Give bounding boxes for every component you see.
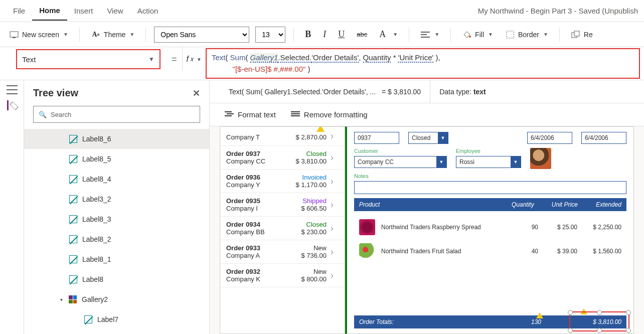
product-row[interactable]: Northwind Traders Fruit Salad40$ 39.00$ … (354, 239, 626, 263)
menu-file[interactable]: File (6, 2, 32, 20)
align-button[interactable]: ▼ (417, 28, 442, 42)
product-price: $ 39.00 (542, 248, 577, 255)
order-amount: $ 3,810.00 (296, 157, 327, 165)
tree-view-panel: Tree view ✕ 🔍 Search Label8_6Label8_5Lab… (24, 80, 210, 334)
customer-label: Customer (354, 148, 447, 154)
order-company: Company A (226, 252, 297, 259)
date1-field[interactable]: 6/4/2006 (527, 132, 572, 144)
order-list-item[interactable]: Order 0935ShippedCompany I$ 606.50› (220, 193, 345, 217)
order-amount: $ 230.00 (301, 228, 327, 236)
order-list-item[interactable]: Company T$ 2,870.00› (220, 127, 345, 146)
reorder-label: Re (584, 31, 593, 39)
tree-item-label: Label8_1 (82, 255, 111, 263)
hamburger-icon[interactable] (7, 85, 18, 94)
menu-view[interactable]: View (100, 2, 130, 20)
chevron-down-icon: ▼ (129, 32, 134, 37)
border-label: Border (518, 31, 539, 39)
tree-search-input[interactable]: 🔍 Search (33, 106, 200, 123)
menu-home[interactable]: Home (32, 1, 67, 21)
order-gallery[interactable]: Company T$ 2,870.00›Order 0937ClosedComp… (220, 126, 345, 334)
status-select[interactable]: Closed (408, 132, 448, 144)
order-detail-form: 0937 Closed 6/4/2006 6/4/2006 CustomerCo… (345, 126, 634, 334)
tree-item-label7[interactable]: Label7 (24, 309, 209, 329)
svg-rect-8 (574, 31, 579, 36)
order-number-field[interactable]: 0937 (354, 132, 399, 144)
tree-item-label8_2[interactable]: Label8_2 (24, 229, 209, 249)
screen-icon (9, 30, 19, 40)
tree-item-label3_2[interactable]: Label3_2 (24, 189, 209, 209)
tree-item-label8_3[interactable]: Label8_3 (24, 209, 209, 229)
notes-input[interactable] (354, 181, 626, 194)
format-toolbar: Format text Remove formatting (210, 103, 644, 126)
order-status: New (301, 244, 327, 252)
close-icon[interactable]: ✕ (193, 88, 200, 99)
order-status: New (301, 268, 327, 275)
date2-field[interactable]: 6/4/2006 (581, 132, 626, 144)
underline-button[interactable]: U (335, 27, 348, 42)
fill-button[interactable]: Fill▼ (459, 28, 496, 42)
label-icon (69, 195, 77, 203)
order-name: Order 0934 (226, 221, 297, 228)
order-list-item[interactable]: Order 0934ClosedCompany BB$ 230.00› (220, 217, 345, 240)
formula-input[interactable]: Text( Sum( Gallery1.Selected.'Order Deta… (206, 48, 640, 79)
format-text-button[interactable]: Format text (225, 110, 276, 119)
product-image (359, 219, 375, 235)
tree-item-label: Label7 (97, 315, 118, 323)
property-selector[interactable]: Text ▼ (16, 49, 160, 69)
tree-item-label8_5[interactable]: Label8_5 (24, 149, 209, 169)
equals-sign: = (167, 47, 182, 71)
bold-button[interactable]: B (302, 27, 314, 42)
tree-item-label: Label8_6 (82, 135, 111, 143)
order-amount: $ 1,170.00 (296, 181, 327, 189)
tree-item-label: Gallery2 (82, 295, 108, 303)
strikethrough-button[interactable]: abc (354, 29, 370, 40)
italic-button[interactable]: I (320, 27, 329, 42)
fx-button[interactable]: fx▼ (182, 47, 206, 71)
tree-item-gallery2[interactable]: ▾Gallery2 (24, 289, 209, 309)
customer-select[interactable]: Company CC (354, 156, 447, 168)
chevron-right-icon: › (331, 131, 339, 141)
order-list-item[interactable]: Order 0937ClosedCompany CC$ 3,810.00› (220, 146, 345, 170)
font-color-button[interactable]: A▼ (376, 27, 401, 42)
tree-item-label: Label8_2 (82, 235, 111, 243)
order-list-item[interactable]: Order 0932NewCompany K$ 800.00› (220, 264, 345, 287)
product-image (359, 243, 375, 259)
left-rail (0, 80, 24, 334)
product-qty: 40 (508, 248, 538, 255)
formula-bar-row: Text ▼ = fx▼ Text( Sum( Gallery1.Selecte… (0, 47, 644, 80)
tree-item-label8_6[interactable]: Label8_6 (24, 129, 209, 149)
fill-icon (462, 30, 472, 40)
border-button[interactable]: Border▼ (502, 28, 551, 42)
employee-select[interactable]: Rossi (456, 156, 521, 168)
tree-view-icon[interactable] (7, 100, 17, 110)
reorder-button[interactable]: Re (568, 28, 596, 42)
order-status: Closed (301, 221, 327, 228)
tree-list[interactable]: Label8_6Label8_5Label8_4Label3_2Label8_3… (24, 129, 209, 334)
order-name: Order 0937 (226, 150, 292, 157)
font-name-select[interactable]: Open Sans (154, 27, 249, 43)
selected-control-outline[interactable] (569, 311, 629, 331)
new-screen-button[interactable]: New screen ▼ (6, 28, 71, 42)
format-icon (225, 110, 234, 119)
tree-item-label8_4[interactable]: Label8_4 (24, 169, 209, 189)
order-list-item[interactable]: Order 0933NewCompany A$ 736.00› (220, 240, 345, 264)
tree-view-title: Tree view (33, 87, 78, 99)
menu-bar: File Home Insert View Action My Northwin… (0, 0, 644, 22)
remove-format-icon (291, 110, 300, 119)
tree-item-label8_1[interactable]: Label8_1 (24, 249, 209, 269)
product-row[interactable]: Northwind Traders Raspberry Spread90$ 25… (354, 215, 626, 239)
order-list-item[interactable]: Order 0936InvoicedCompany Y$ 1,170.00› (220, 170, 345, 193)
svg-point-5 (469, 36, 471, 38)
product-extended: $ 1,560.00 (581, 248, 621, 255)
chevron-right-icon: › (331, 223, 339, 234)
tree-item-label8[interactable]: Label8 (24, 269, 209, 289)
fill-label: Fill (475, 31, 484, 39)
menu-insert[interactable]: Insert (67, 2, 100, 20)
order-name: Order 0936 (226, 174, 292, 181)
remove-formatting-button[interactable]: Remove formatting (291, 110, 368, 119)
order-company: Company I (226, 205, 297, 212)
theme-button[interactable]: Aa Theme ▼ (88, 28, 137, 42)
order-company: Company Y (226, 181, 292, 189)
font-size-select[interactable]: 13 (255, 27, 285, 43)
menu-action[interactable]: Action (130, 2, 166, 20)
